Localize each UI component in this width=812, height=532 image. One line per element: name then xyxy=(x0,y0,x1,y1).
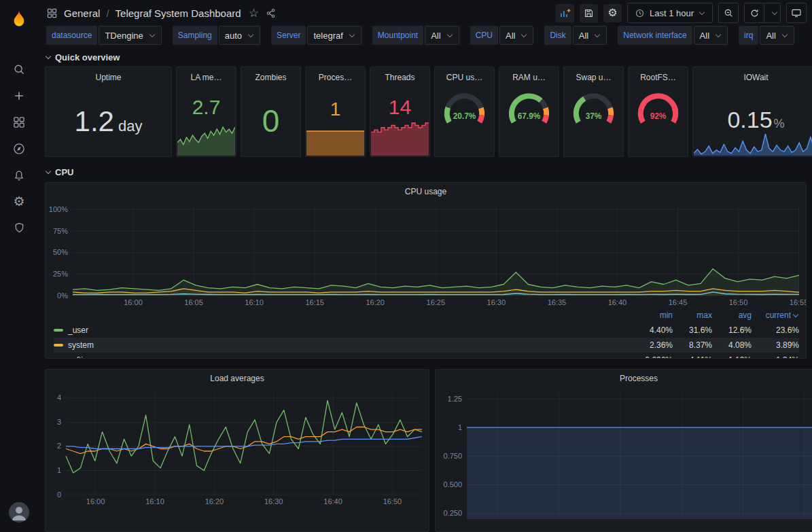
variable-dropdown[interactable]: telegraf xyxy=(307,26,361,45)
panel-title[interactable]: Proces… xyxy=(306,69,365,86)
share-icon[interactable] xyxy=(265,7,277,19)
zoom-out-time-button[interactable] xyxy=(718,3,739,23)
series-swatch xyxy=(54,344,63,347)
chevron-down-icon xyxy=(781,32,788,39)
stat-value: 0.15% xyxy=(693,107,812,133)
stats-row: Uptime 1.2day LA me… 2.7 Zombies 0 Proce… xyxy=(45,67,812,157)
stat-panel-iowait: IOWait 0.15% xyxy=(692,67,812,157)
svg-text:16:20: 16:20 xyxy=(205,497,224,506)
save-dashboard-button[interactable] xyxy=(580,4,598,22)
variable-dropdown[interactable]: All xyxy=(760,26,794,45)
variable-label: Mountpoint xyxy=(372,26,423,45)
variable-label: CPU xyxy=(470,26,498,45)
panel-cpu-usage: CPU usage 0%25%50%75%100%16:0016:0516:10… xyxy=(45,182,807,359)
svg-text:16:00: 16:00 xyxy=(124,298,143,306)
sparkline xyxy=(694,131,812,156)
panel-title[interactable]: Load averages xyxy=(46,370,429,387)
refresh-split-button xyxy=(744,3,781,23)
svg-text:4: 4 xyxy=(57,393,61,402)
refresh-button[interactable] xyxy=(744,3,764,23)
search-icon[interactable] xyxy=(0,56,38,82)
add-panel-button[interactable] xyxy=(556,4,574,22)
panel-title[interactable]: Swap u… xyxy=(564,69,623,86)
svg-text:100%: 100% xyxy=(49,205,68,213)
breadcrumb-section[interactable]: General xyxy=(64,7,100,19)
panel-title[interactable]: CPU usage xyxy=(46,183,806,200)
zoom-out-icon xyxy=(723,7,734,18)
sparkline xyxy=(371,120,429,156)
svg-text:16:20: 16:20 xyxy=(366,298,385,306)
panel-title[interactable]: Zombies xyxy=(241,69,300,86)
load-averages-chart[interactable]: 0123416:0016:1016:2016:3016:4016:50 xyxy=(46,387,429,507)
svg-text:0.500: 0.500 xyxy=(443,480,462,489)
breadcrumb-dashboard-title[interactable]: Telegraf System Dashboard xyxy=(116,7,241,19)
chevron-down-icon xyxy=(771,10,778,16)
cycle-view-mode-button[interactable] xyxy=(786,3,807,23)
refresh-icon xyxy=(749,8,760,18)
legend-row-user[interactable]: _user 4.40% 31.6% 12.6% 23.6% xyxy=(54,323,799,338)
panel-title[interactable]: IOWait xyxy=(693,69,812,86)
panel-title[interactable]: Processes xyxy=(436,370,812,387)
variable-dropdown[interactable]: All xyxy=(499,26,533,45)
legend-sort-min[interactable]: min xyxy=(633,311,673,320)
time-range-label: Last 1 hour xyxy=(650,8,694,18)
star-icon[interactable]: ☆ xyxy=(249,7,259,19)
create-plus-icon[interactable] xyxy=(0,82,38,109)
time-range-picker[interactable]: Last 1 hour xyxy=(627,3,713,23)
chevron-down-icon xyxy=(699,10,705,16)
processes-chart[interactable]: 1.2510.7500.5000.250 xyxy=(436,387,812,523)
sidebar: ⚙ xyxy=(0,0,38,532)
svg-text:16:15: 16:15 xyxy=(305,298,324,306)
variable-mountpoint: Mountpoint All xyxy=(372,26,459,45)
svg-text:20.7%: 20.7% xyxy=(453,111,476,121)
row-header-quick-overview[interactable]: Quick overview xyxy=(45,49,812,65)
svg-text:50%: 50% xyxy=(53,248,68,256)
top-navbar: General / Telegraf System Dashboard ☆ ⚙ xyxy=(38,0,812,26)
explore-compass-icon[interactable] xyxy=(0,135,38,162)
panel-title[interactable]: LA me… xyxy=(177,69,236,86)
panel-title[interactable]: CPU us… xyxy=(435,69,494,86)
panel-title[interactable]: Threads xyxy=(370,69,429,86)
user-avatar[interactable] xyxy=(9,502,29,522)
cpu-usage-chart[interactable]: 0%25%50%75%100%16:0016:0516:1016:1516:20… xyxy=(46,200,806,308)
grafana-flame-icon xyxy=(10,10,29,29)
dashboard-settings-gear-icon[interactable]: ⚙ xyxy=(603,4,622,22)
dashboards-icon[interactable] xyxy=(0,109,38,135)
svg-text:1: 1 xyxy=(57,466,61,474)
svg-text:16:50: 16:50 xyxy=(383,497,402,506)
rootfs-gauge: 92% xyxy=(629,89,688,132)
svg-text:16:05: 16:05 xyxy=(184,298,203,306)
chevron-down-icon xyxy=(520,32,527,39)
stat-panel-zombies: Zombies 0 xyxy=(241,67,301,157)
row-header-cpu[interactable]: CPU xyxy=(45,164,812,180)
legend-row-system[interactable]: system 2.36% 8.37% 4.08% 3.89% xyxy=(54,338,799,353)
alerting-bell-icon[interactable] xyxy=(0,162,38,188)
variable-dropdown[interactable]: All xyxy=(573,26,607,45)
svg-text:37%: 37% xyxy=(586,111,602,121)
stat-value: 14 xyxy=(370,96,429,119)
refresh-interval-dropdown[interactable] xyxy=(764,3,781,23)
legend-sort-avg[interactable]: avg xyxy=(712,311,752,320)
variable-dropdown[interactable]: auto xyxy=(219,26,260,45)
svg-text:3: 3 xyxy=(57,418,61,426)
svg-text:16:30: 16:30 xyxy=(487,298,506,306)
svg-text:0.750: 0.750 xyxy=(443,452,462,460)
svg-text:67.9%: 67.9% xyxy=(518,111,541,121)
panel-title[interactable]: Uptime xyxy=(46,69,171,86)
grafana-logo[interactable] xyxy=(0,0,38,38)
main-area: General / Telegraf System Dashboard ☆ ⚙ xyxy=(38,0,812,532)
svg-text:16:35: 16:35 xyxy=(548,298,567,306)
panel-title[interactable]: RootFS… xyxy=(629,69,688,86)
legend-row-softirq[interactable]: softirq 0.696% 4.11% 1.19% 1.34% xyxy=(54,353,799,358)
variable-dropdown[interactable]: TDengine xyxy=(99,26,161,45)
variable-dropdown[interactable]: All xyxy=(694,26,728,45)
configuration-gear-icon[interactable]: ⚙ xyxy=(0,188,38,215)
variable-dropdown[interactable]: All xyxy=(425,26,459,45)
legend-sort-max[interactable]: max xyxy=(673,311,712,320)
server-admin-shield-icon[interactable] xyxy=(0,215,38,241)
chevron-down-icon xyxy=(446,32,453,39)
panel-title[interactable]: RAM u… xyxy=(499,69,559,86)
legend-sort-current[interactable]: current xyxy=(752,311,799,320)
stat-panel-load-average: LA me… 2.7 xyxy=(176,67,236,157)
legend-header: min max avg current xyxy=(54,308,799,323)
